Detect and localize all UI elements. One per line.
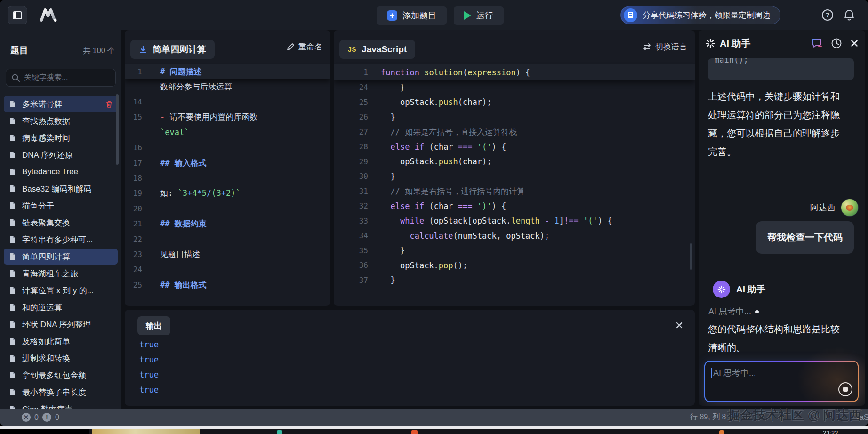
ai-chat-input[interactable]: AI 思考中... (704, 361, 859, 402)
taskbar-window-thumbnail[interactable] (92, 429, 200, 434)
book-icon (624, 8, 637, 22)
editor-scrollbar[interactable] (690, 243, 692, 270)
token: ')' (477, 201, 492, 211)
file-icon (9, 168, 16, 176)
sidebar-item[interactable]: 进制求和转换 (4, 350, 118, 366)
sidebar-item[interactable]: 计算位置 x 到 y 的... (4, 282, 118, 298)
sidebar-item[interactable]: 最小替换子串长度 (4, 384, 118, 400)
help-button[interactable]: ? (821, 8, 834, 22)
logo-m-icon (39, 8, 57, 23)
output-tab[interactable]: 输出 (137, 316, 170, 335)
stop-generation-button[interactable] (838, 382, 852, 396)
sidebar-item[interactable]: DNA 序列还原 (4, 147, 118, 163)
avatar-art (846, 205, 853, 211)
token: char (463, 157, 482, 166)
rename-button[interactable]: 重命名 (287, 41, 322, 52)
problem-name: 和的逆运算 (22, 302, 62, 313)
ai-code-snippet: main(); (708, 58, 854, 80)
line-content: } (381, 113, 395, 122)
line-number: 29 (334, 157, 381, 166)
editor-line: 19如: `3+4*5/(3+2)` (125, 186, 330, 201)
add-problem-button[interactable]: + 添加题目 (377, 6, 447, 25)
sidebar-item[interactable]: Base32 编码和解码 (4, 181, 118, 197)
ai-panel-title: AI 助手 (720, 37, 751, 50)
token: while (400, 216, 424, 225)
sidebar-item[interactable]: 查找热点数据 (4, 113, 118, 129)
code-snippet-text: main(); (715, 58, 748, 64)
output-value: true (139, 367, 159, 382)
editor-line: 32 else if (char === ')') { (334, 199, 695, 214)
editor-line: 20 (125, 201, 330, 216)
token: '(' (477, 142, 492, 152)
line-number: 28 (334, 142, 381, 151)
thinking-text: AI 思考中... (708, 306, 751, 317)
language-tab[interactable]: JS JavaScript (339, 40, 415, 59)
editor-line: 33 while (opStack[opStack.length - 1]!==… (334, 214, 695, 229)
line-number: 31 (334, 187, 381, 196)
token: !== (564, 216, 579, 225)
line-number: 16 (125, 143, 160, 152)
token: 1 (555, 216, 559, 225)
sidebar-item[interactable]: Bytedance Tree (4, 164, 118, 180)
delete-icon[interactable] (105, 100, 113, 108)
line-content: } (381, 275, 395, 285)
cursor-position[interactable]: 行 89, 列 8 (690, 409, 726, 426)
sidebar-item[interactable]: 字符串有多少种可... (4, 232, 118, 248)
search-icon (12, 74, 20, 82)
help-icon: ? (821, 9, 834, 21)
indent-guide (413, 94, 413, 302)
run-button[interactable]: 运行 (454, 6, 504, 25)
token: ## 输出格式 (160, 280, 207, 289)
search-input[interactable]: 关键字搜索... (6, 69, 116, 87)
history-icon[interactable] (831, 38, 842, 49)
file-icon (9, 185, 16, 193)
taskbar-black-region (0, 429, 89, 434)
taskbar-app-icon[interactable] (277, 430, 282, 434)
sidebar-item[interactable]: 简单四则计算 (4, 249, 118, 265)
sidebar-item[interactable]: 青海湖租车之旅 (4, 265, 118, 281)
problem-name: 猫鱼分干 (22, 201, 54, 211)
line-content: `eval` (160, 128, 189, 137)
close-panel-icon[interactable] (850, 39, 859, 48)
line-number: 19 (125, 189, 160, 198)
announcement-banner[interactable]: 分享代码练习体验，领限量定制周边 (620, 6, 780, 24)
new-chat-icon[interactable] (811, 38, 823, 49)
sidebar-item[interactable]: 病毒感染时间 (4, 130, 118, 146)
file-icon (9, 100, 16, 108)
sidebar-item[interactable]: 环状 DNA 序列整理 (4, 316, 118, 332)
line-content: ## 输出格式 (160, 280, 207, 290)
problem-sidebar: 题目 共 100 个 关键字搜索... 多米诺骨牌查找热点数据病毒感染时间DNA… (0, 30, 121, 409)
sidebar-item[interactable]: 猫鱼分干 (4, 198, 118, 214)
taskbar-app-icon[interactable] (411, 430, 418, 434)
notifications-button[interactable] (843, 8, 856, 22)
rename-label: 重命名 (298, 41, 322, 52)
markdown-editor[interactable]: 1# 问题描述 数部分参与后续运算1415- 请不要使用内置的库函数`eval`… (125, 64, 330, 306)
problem-title-pill[interactable]: 简单四则计算 (130, 40, 215, 59)
app-logo[interactable] (39, 7, 60, 24)
sidebar-item[interactable]: 及格如此简单 (4, 333, 118, 349)
taskbar-app-icon[interactable] (719, 430, 724, 434)
editor-line: 35 } (334, 243, 695, 258)
token: 见题目描述 (160, 249, 200, 259)
token (453, 142, 458, 152)
line-content: } (381, 246, 405, 255)
sidebar-toggle-button[interactable] (8, 6, 27, 24)
warnings-count: 0 (55, 413, 59, 422)
switch-language-button[interactable]: 切换语言 (643, 41, 687, 52)
sidebar-item[interactable]: 和的逆运算 (4, 299, 118, 315)
line-content: opStack.push(char); (381, 157, 492, 166)
problems-summary[interactable]: ✕ 0 ! 0 (0, 413, 59, 422)
line-number: 14 (125, 97, 160, 106)
sidebar-item[interactable]: 拿到最多红包金额 (4, 367, 118, 383)
code-editor[interactable]: 1function solution(expression) { 24 }25 … (334, 64, 695, 306)
sidebar-item[interactable]: 多米诺骨牌 (4, 96, 118, 112)
sidebar-item[interactable]: 链表聚集交换 (4, 215, 118, 231)
file-icon (9, 253, 16, 260)
taskbar-slice: 23:22 (0, 429, 868, 434)
problem-name: 进制求和转换 (22, 353, 70, 364)
sidebar-scrollbar[interactable] (116, 94, 119, 165)
close-output-button[interactable] (674, 320, 684, 330)
token: `eval` (160, 128, 189, 137)
problem-name: 多米诺骨牌 (22, 99, 62, 110)
text-cursor (711, 368, 712, 378)
